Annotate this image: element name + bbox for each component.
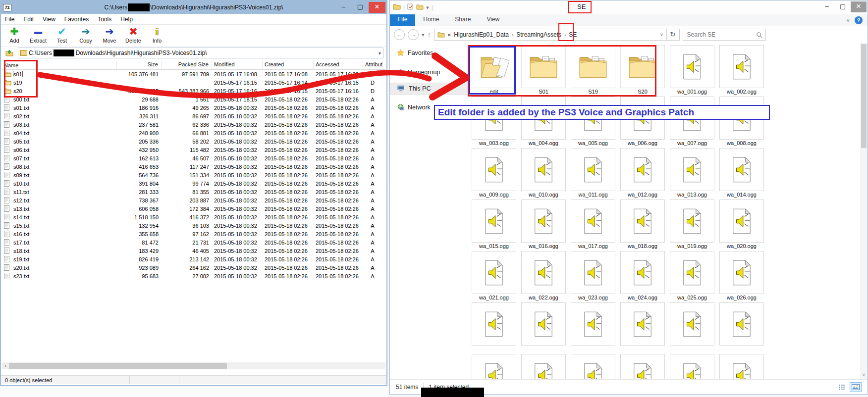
archive-row[interactable]: s04.txt248 90066 8812015-05-18 00:322015… — [2, 129, 385, 137]
file-tile[interactable]: S01 — [519, 45, 568, 97]
menu-help[interactable]: Help — [120, 16, 133, 23]
archive-row[interactable]: s00.txt29 6881 5612015-05-17 18:152015-0… — [2, 95, 385, 103]
file-tile[interactable] — [568, 354, 618, 379]
file-tile[interactable] — [667, 354, 717, 379]
qat-new-folder-icon[interactable] — [416, 4, 424, 11]
file-tile[interactable]: wa_017.ogg — [568, 199, 618, 251]
archive-row[interactable]: s23.txt95 68327 0822015-05-18 00:322015-… — [2, 272, 385, 280]
file-tile[interactable] — [618, 354, 667, 379]
column-packed-size[interactable]: Packed Size — [162, 60, 212, 69]
file-tile[interactable] — [469, 302, 519, 354]
archive-row[interactable]: s07.txt162 61346 5072015-05-18 00:322015… — [2, 154, 385, 162]
archive-row[interactable]: s08.txt416 653117 2472015-05-18 00:32201… — [2, 162, 385, 171]
file-tile[interactable]: wa_002.ogg — [717, 45, 766, 97]
scroll-left-icon[interactable]: ‹ — [2, 362, 9, 369]
file-tile[interactable] — [667, 302, 717, 354]
delete-button[interactable]: ✖Delete — [123, 26, 144, 44]
address-combo[interactable]: C:\UsersDownloads\Higurashi\HigurashiPS3… — [18, 48, 383, 58]
extract-button[interactable]: ▬Extract — [28, 26, 49, 44]
breadcrumb-se[interactable]: SE — [569, 31, 577, 38]
breadcrumb-higurashiep01-data[interactable]: HigurashiEp01_Data — [454, 31, 509, 38]
file-tile[interactable] — [469, 354, 519, 379]
copy-button[interactable]: ➔Copy — [75, 26, 96, 44]
file-tile[interactable]: wa_006.ogg — [618, 97, 667, 148]
archive-row[interactable]: s06.txt432 950115 4822015-05-18 00:32201… — [2, 146, 385, 154]
file-tile[interactable]: wa_020.ogg — [717, 199, 766, 251]
file-tile[interactable]: wa_023.ogg — [568, 251, 618, 302]
sidebar-item-this-pc[interactable]: This PC — [390, 83, 468, 95]
archive-row[interactable]: s09.txt564 736151 3342015-05-18 00:32201… — [2, 171, 385, 179]
archive-row[interactable]: s02.txt326 31186 6972015-05-18 00:322015… — [2, 112, 385, 120]
recent-locations-icon[interactable]: ▾ — [422, 32, 425, 38]
maximize-button[interactable]: ▢ — [835, 1, 851, 12]
column-attributes[interactable]: Attributes — [363, 60, 383, 69]
archive-row[interactable]: s10.txt391 80499 7742015-05-18 00:322015… — [2, 179, 385, 188]
info-button[interactable]: iInfo — [147, 26, 167, 44]
file-tile[interactable]: wa_018.ogg — [618, 199, 667, 251]
archive-row[interactable]: s01105 376 48197 591 7092015-05-17 16:08… — [2, 70, 385, 78]
search-box[interactable] — [683, 29, 766, 41]
column-size[interactable]: Size — [117, 60, 162, 69]
tab-home[interactable]: Home — [415, 14, 447, 26]
menu-edit[interactable]: Edit — [23, 16, 34, 23]
menu-view[interactable]: View — [43, 16, 55, 23]
forward-button[interactable]: → — [408, 29, 419, 40]
file-tile[interactable]: wa_021.ogg — [469, 251, 519, 302]
breadcrumb[interactable]: « HigurashiEp01_Data › StreamingAssets ›… — [434, 29, 667, 41]
test-button[interactable]: ✔Test — [52, 26, 72, 44]
archive-row[interactable]: s05.txt205 33658 2022015-05-18 00:322015… — [2, 137, 385, 146]
file-tile[interactable]: wa_025.ogg — [667, 251, 717, 302]
address-dropdown-icon[interactable]: ˅ — [660, 32, 663, 38]
menu-favorites[interactable]: Favorites — [64, 16, 89, 23]
file-tile[interactable]: wa_013.ogg — [667, 148, 717, 199]
breadcrumb-streamingassets[interactable]: StreamingAssets — [516, 31, 561, 38]
archive-row[interactable]: s13.txt606 058172 3842015-05-18 00:32201… — [2, 204, 385, 213]
file-tile[interactable]: wa_008.ogg — [717, 97, 766, 148]
file-tile[interactable]: wa_024.ogg — [618, 251, 667, 302]
file-tile[interactable]: wa_012.ogg — [618, 148, 667, 199]
tab-share[interactable]: Share — [447, 14, 479, 26]
archive-row[interactable]: s16.txt355 65897 1622015-05-18 00:322015… — [2, 230, 385, 238]
archive-row[interactable]: s03.txt237 58162 3362015-05-18 00:322015… — [2, 120, 385, 129]
file-tile[interactable] — [717, 302, 766, 354]
maximize-button[interactable]: ▢ — [352, 2, 369, 13]
archive-row[interactable]: s14.txt1 518 150416 3722015-05-18 00:322… — [2, 213, 385, 221]
sevenzip-titlebar[interactable]: 7z C:\Users\Downloads\Higurashi\Higurash… — [1, 1, 386, 14]
tab-view[interactable]: View — [479, 14, 507, 26]
sidebar-item-favorites[interactable]: Favorites — [390, 47, 468, 58]
archive-row[interactable]: s12.txt738 367203 8872015-05-18 00:32201… — [2, 196, 385, 204]
move-button[interactable]: ➔Move — [99, 26, 120, 44]
archive-row[interactable]: s192015-05-17 16:152015-05-17 16:142015-… — [2, 78, 385, 87]
file-tile[interactable]: S19 — [568, 45, 618, 97]
file-tile[interactable]: wa_011.ogg — [568, 148, 618, 199]
scrollbar-thumb[interactable] — [861, 44, 867, 148]
file-tile[interactable]: wa_022.ogg — [519, 251, 568, 302]
horizontal-scrollbar[interactable]: ‹ — [2, 362, 385, 369]
file-tile[interactable] — [519, 302, 568, 354]
tab-file[interactable]: File — [390, 14, 415, 26]
breadcrumb-overflow[interactable]: « — [448, 31, 451, 38]
file-tile[interactable]: wa_007.ogg — [667, 97, 717, 148]
up-button[interactable]: ↑ — [428, 31, 431, 39]
archive-row[interactable]: s20.txt923 089264 1622015-05-18 00:32201… — [2, 263, 385, 272]
file-tile[interactable]: S20 — [618, 45, 667, 97]
minimize-button[interactable]: – — [819, 1, 835, 12]
vertical-scrollbar[interactable]: ˅ — [860, 43, 868, 379]
file-tile[interactable]: wa_004.ogg — [519, 97, 568, 148]
minimize-button[interactable]: – — [335, 2, 352, 13]
close-button[interactable]: ✕ — [851, 1, 867, 12]
file-tile[interactable]: wa_014.ogg — [717, 148, 766, 199]
file-tile[interactable]: wa_016.ogg — [519, 199, 568, 251]
minimize-ribbon-icon[interactable]: ˅ — [847, 17, 850, 23]
menu-file[interactable]: File — [5, 16, 14, 23]
file-tile[interactable]: wa_005.ogg — [568, 97, 618, 148]
refresh-button[interactable]: ↻ — [667, 29, 680, 41]
file-tile[interactable]: wa_001.ogg — [667, 45, 717, 97]
qat-customize-icon[interactable]: ▾ — [426, 4, 429, 11]
archive-row[interactable]: s19.txt826 419213 1422015-05-18 00:32201… — [2, 255, 385, 263]
archive-row[interactable]: s20580 093 725543 383 9662015-05-17 16:1… — [2, 87, 385, 95]
column-accessed[interactable]: Accessed — [314, 60, 363, 69]
scroll-down-icon[interactable]: ˅ — [860, 372, 868, 378]
archive-row[interactable]: s01.txt186 91649 2652015-05-18 00:322015… — [2, 103, 385, 112]
close-button[interactable]: ✕ — [369, 2, 385, 13]
